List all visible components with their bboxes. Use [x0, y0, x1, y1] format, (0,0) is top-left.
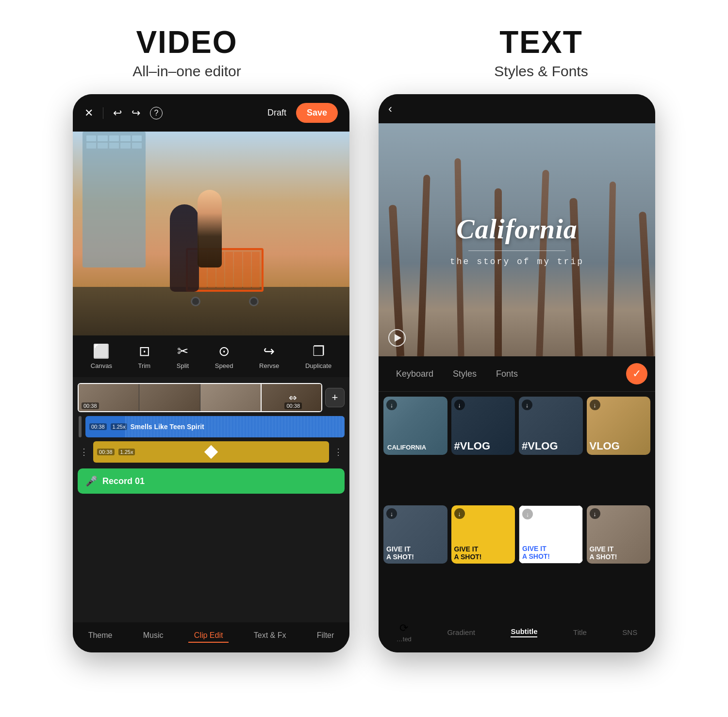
right-topbar: ‹ [379, 94, 655, 123]
split-label: Split [177, 362, 189, 369]
audio-track[interactable]: 00:38 1.25x Smells Like Teen Spirit [85, 416, 345, 437]
right-panel-subtitle: Styles & Fonts [383, 63, 699, 80]
add-clip-button[interactable]: + [325, 388, 345, 407]
trim-icon: ⊡ [139, 343, 150, 359]
video-preview [73, 132, 349, 335]
back-button[interactable]: ‹ [388, 102, 392, 116]
style-shot2[interactable]: ↓ GIVE ITA SHOT! [451, 505, 515, 564]
play-button[interactable] [388, 329, 406, 347]
tool-speed[interactable]: ⊙ Speed [215, 343, 233, 369]
nav-subtitle[interactable]: Subtitle [511, 627, 537, 637]
style-vlog1[interactable]: ↓ #VLOG [451, 397, 515, 455]
nav-text-fx[interactable]: Text & Fx [248, 629, 292, 643]
style-thumb-bg-shot4: ↓ GIVE ITA SHOT! [587, 505, 651, 564]
divider-line [468, 250, 565, 251]
keyframe-diamond [204, 445, 218, 459]
close-icon[interactable]: ✕ [84, 107, 93, 119]
track-time-left: 00:38 [82, 402, 99, 409]
download-icon-vlog1: ↓ [454, 400, 465, 410]
nav-sns[interactable]: SNS [622, 628, 637, 636]
left-panel-subtitle: All–in–one editor [29, 63, 345, 80]
edit-tools-bar: ⬜ Canvas ⊡ Trim ✂ Split ⊙ Speed ↩ Rervse… [73, 335, 349, 377]
tab-fonts[interactable]: Fonts [486, 366, 528, 382]
styles-grid: ↓ CALIFORNIA ↓ #VLOG ↓ #VLOG ↓ VLO [379, 392, 655, 615]
yellow-track[interactable]: 00:38 1.25x [93, 441, 329, 463]
record-track[interactable]: 🎤 Record 01 [78, 468, 345, 494]
style-thumb-bg-shot1: ↓ GIVE ITA SHOT! [383, 505, 447, 564]
california-main-text: California [450, 214, 584, 245]
california-preview: California the story of my trip [379, 123, 655, 356]
record-label: Record 01 [102, 476, 145, 486]
style-label-shot4: GIVE ITA SHOT! [590, 546, 617, 561]
yellow-speed-badge: 1.25x [118, 449, 135, 455]
bottom-nav: Theme Music Clip Edit Text & Fx Filter [73, 622, 349, 652]
audio-time-badge: 00:38 [89, 423, 107, 430]
track-time-right: 00:38 [284, 402, 302, 409]
reverse-icon: ↩ [264, 343, 275, 359]
nav-clip-edit[interactable]: Clip Edit [188, 629, 229, 643]
confirm-button[interactable]: ✓ [626, 363, 647, 384]
split-icon: ✂ [177, 343, 188, 359]
style-thumb-bg-vlog1: ↓ #VLOG [451, 397, 515, 455]
style-label-vlog1: #VLOG [454, 440, 491, 452]
canvas-icon: ⬜ [93, 343, 110, 359]
video-track-thumbnail[interactable]: 00:38 ⇔ 00:38 [78, 383, 322, 412]
tool-trim[interactable]: ⊡ Trim [138, 343, 151, 369]
timeline-area: 00:38 ⇔ 00:38 + 00:38 1.25x Smells Like … [73, 377, 349, 622]
style-shot1[interactable]: ↓ GIVE ITA SHOT! [383, 505, 447, 564]
style-shot4[interactable]: ↓ GIVE ITA SHOT! [587, 505, 651, 564]
style-vlog3[interactable]: ↓ VLOG [587, 397, 651, 455]
trip-subtitle-text: the story of my trip [450, 257, 584, 267]
track-handle-left: ⋮ [78, 447, 90, 457]
download-icon-california: ↓ [386, 400, 397, 410]
redo-icon[interactable]: ↪ [132, 107, 140, 119]
download-icon-shot2: ↓ [454, 508, 465, 519]
speed-label: Speed [215, 362, 233, 369]
nav-theme[interactable]: Theme [83, 629, 118, 643]
canvas-label: Canvas [91, 362, 112, 369]
video-track-row: 00:38 ⇔ 00:38 + [78, 383, 345, 412]
duplicate-icon: ❐ [313, 343, 325, 359]
trim-label: Trim [138, 362, 151, 369]
nav-animated-label: …ted [397, 635, 412, 643]
download-icon-shot1: ↓ [386, 508, 397, 519]
undo-icon[interactable]: ↩ [113, 107, 122, 119]
reverse-label: Rervse [259, 362, 279, 369]
animated-icon: ⟳ [399, 622, 408, 634]
right-panel-title: TEXT [383, 24, 699, 60]
tool-reverse[interactable]: ↩ Rervse [259, 343, 279, 369]
download-icon-shot3: ↓ [522, 509, 533, 519]
style-thumb-bg-vlog2: ↓ #VLOG [519, 397, 583, 455]
left-phone: ✕ ↩ ↪ ? Draft Save [73, 94, 349, 652]
nav-title[interactable]: Title [573, 628, 587, 636]
download-icon-vlog3: ↓ [590, 400, 600, 410]
tab-styles[interactable]: Styles [443, 366, 486, 382]
nav-gradient[interactable]: Gradient [447, 628, 475, 636]
right-phone: ‹ California the story of my trip [379, 94, 655, 652]
style-vlog2[interactable]: ↓ #VLOG [519, 397, 583, 455]
tool-canvas[interactable]: ⬜ Canvas [91, 343, 112, 369]
nav-filter[interactable]: Filter [311, 629, 340, 643]
download-icon-shot4: ↓ [590, 508, 600, 519]
tool-split[interactable]: ✂ Split [177, 343, 189, 369]
left-panel-title: VIDEO [29, 24, 345, 60]
nav-animated[interactable]: ⟳ …ted [397, 622, 412, 643]
nav-music[interactable]: Music [137, 629, 169, 643]
style-label-shot3: GIVE ITA SHOT! [522, 545, 550, 560]
play-triangle-icon [395, 334, 401, 342]
style-thumb-bg-shot3: ↓ GIVE ITA SHOT! [519, 505, 583, 564]
right-bottom-nav: ⟳ …ted Gradient Subtitle Title SNS [379, 615, 655, 652]
style-shot3[interactable]: ↓ GIVE ITA SHOT! [519, 505, 583, 564]
left-panel-header: VIDEO All–in–one editor [29, 24, 345, 80]
style-label-shot2: GIVE ITA SHOT! [454, 546, 482, 561]
style-thumb-bg-shot2: ↓ GIVE ITA SHOT! [451, 505, 515, 564]
tool-duplicate[interactable]: ❐ Duplicate [305, 343, 331, 369]
draft-label: Draft [267, 108, 286, 118]
style-thumb-bg-california: ↓ CALIFORNIA [383, 397, 447, 455]
tab-keyboard[interactable]: Keyboard [386, 366, 443, 382]
style-california[interactable]: ↓ CALIFORNIA [383, 397, 447, 455]
save-button[interactable]: Save [296, 103, 338, 123]
help-icon[interactable]: ? [150, 107, 163, 119]
style-label-shot1: GIVE ITA SHOT! [386, 546, 414, 561]
speed-icon: ⊙ [218, 343, 230, 359]
